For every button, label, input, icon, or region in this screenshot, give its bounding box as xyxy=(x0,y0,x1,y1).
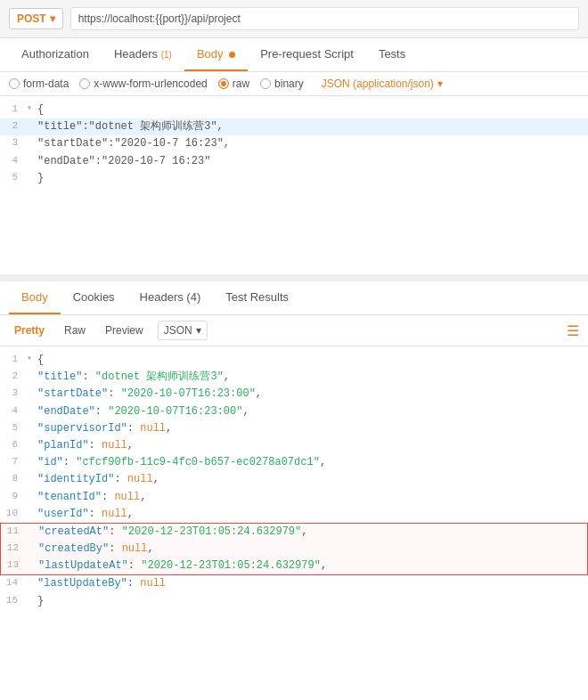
line-text: { xyxy=(37,352,588,369)
line-number: 1 xyxy=(0,352,27,368)
line-number: 13 xyxy=(1,558,28,574)
method-chevron: ▾ xyxy=(50,12,55,25)
opt-form-data[interactable]: form-data xyxy=(9,77,69,90)
line-text: { xyxy=(37,102,588,118)
response-options-bar: Pretty Raw Preview JSON ▾ ☰ xyxy=(0,315,588,346)
line-number: 4 xyxy=(0,403,27,419)
resp-line-14: 14 "lastUpdateBy": null xyxy=(0,575,588,592)
resp-format-label: JSON xyxy=(164,324,192,337)
line-text: } xyxy=(37,593,588,610)
form-data-label: form-data xyxy=(23,77,69,90)
request-code-area[interactable]: 1 ▾ { 2 "title":"dotnet 架构师训练营3", 3 "sta… xyxy=(0,96,588,274)
line-text: "tenantId": null, xyxy=(37,489,588,506)
line-text: } xyxy=(37,170,588,187)
resp-format-chevron: ▾ xyxy=(196,324,201,337)
line-number: 8 xyxy=(0,471,27,487)
line-number: 4 xyxy=(0,153,27,169)
tab-resp-body[interactable]: Body xyxy=(9,281,61,314)
wrap-icon[interactable]: ☰ xyxy=(567,322,579,339)
resp-line-11: 11 "createdAt": "2020-12-23T01:05:24.632… xyxy=(0,523,588,541)
json-type-select[interactable]: JSON (application/json) ▾ xyxy=(322,77,443,90)
method-selector[interactable]: POST ▾ xyxy=(9,8,63,29)
opt-urlencoded[interactable]: x-www-form-urlencoded xyxy=(79,77,207,90)
line-number: 12 xyxy=(1,541,28,557)
line-text: "createdBy": null, xyxy=(38,541,587,558)
line-number: 2 xyxy=(0,118,27,134)
resp-format-select[interactable]: JSON ▾ xyxy=(158,321,208,340)
top-bar: POST ▾ xyxy=(0,0,588,38)
radio-raw xyxy=(218,78,229,89)
response-tab-bar: Body Cookies Headers (4) Test Results xyxy=(0,281,588,315)
request-editor[interactable]: 1 ▾ { 2 "title":"dotnet 架构师训练营3", 3 "sta… xyxy=(0,96,588,281)
body-dot xyxy=(229,52,235,58)
resp-raw-btn[interactable]: Raw xyxy=(59,322,91,339)
resp-line-4: 4 "endDate": "2020-10-07T16:23:00", xyxy=(0,403,588,420)
line-text: "supervisorId": null, xyxy=(37,420,588,437)
tab-pre-request[interactable]: Pre-request Script xyxy=(248,38,366,71)
tab-authorization[interactable]: Authorization xyxy=(9,38,102,71)
response-code-area: 1 ▾ { 2 "title": "dotnet 架构师训练营3", 3 "st… xyxy=(0,346,588,615)
line-number: 7 xyxy=(0,454,27,470)
req-line-1: 1 ▾ { xyxy=(0,102,588,118)
tab-headers[interactable]: Headers (1) xyxy=(102,38,184,71)
line-number: 6 xyxy=(0,437,27,453)
line-text: "title":"dotnet 架构师训练营3", xyxy=(37,118,588,135)
resp-line-9: 9 "tenantId": null, xyxy=(0,489,588,506)
resp-preview-btn[interactable]: Preview xyxy=(100,322,149,339)
line-text: "createdAt": "2020-12-23T01:05:24.632979… xyxy=(38,524,587,541)
line-text: "userId": null, xyxy=(37,506,588,523)
line-number: 10 xyxy=(0,506,27,522)
line-text: "id": "cfcf90fb-11c9-4fc0-b657-ec0278a07… xyxy=(37,454,588,471)
resp-line-5: 5 "supervisorId": null, xyxy=(0,420,588,437)
req-line-3: 3 "startDate":"2020-10-7 16:23", xyxy=(0,135,588,152)
url-input[interactable] xyxy=(70,7,579,30)
line-number: 2 xyxy=(0,369,27,385)
tab-tests[interactable]: Tests xyxy=(366,38,418,71)
line-text: "title": "dotnet 架构师训练营3", xyxy=(37,369,588,386)
json-chevron-icon: ▾ xyxy=(437,77,443,90)
resp-pretty-btn[interactable]: Pretty xyxy=(9,322,50,339)
binary-label: binary xyxy=(274,77,304,90)
line-number: 3 xyxy=(0,135,27,151)
line-number: 1 xyxy=(0,102,27,118)
resp-line-7: 7 "id": "cfcf90fb-11c9-4fc0-b657-ec0278a… xyxy=(0,454,588,471)
line-number: 11 xyxy=(1,524,28,540)
line-number: 15 xyxy=(0,593,27,609)
urlencoded-label: x-www-form-urlencoded xyxy=(94,77,207,90)
req-line-2: 2 "title":"dotnet 架构师训练营3", xyxy=(0,118,588,135)
resp-line-1: 1 ▾ { xyxy=(0,352,588,369)
json-type-label: JSON (application/json) xyxy=(322,77,434,90)
tab-resp-test-results[interactable]: Test Results xyxy=(213,281,301,314)
line-arrow: ▾ xyxy=(27,352,37,366)
request-tab-bar: Authorization Headers (1) Body Pre-reque… xyxy=(0,38,588,72)
line-text: "planId": null, xyxy=(37,437,588,454)
resp-line-6: 6 "planId": null, xyxy=(0,437,588,454)
line-text: "lastUpdateAt": "2020-12-23T01:05:24.632… xyxy=(38,558,587,574)
line-number: 5 xyxy=(0,170,27,186)
line-text: "startDate": "2020-10-07T16:23:00", xyxy=(37,386,588,403)
req-line-4: 4 "endDate":"2020-10-7 16:23" xyxy=(0,153,588,170)
line-number: 3 xyxy=(0,386,27,402)
body-options-bar: form-data x-www-form-urlencoded raw bina… xyxy=(0,72,588,96)
line-number: 14 xyxy=(0,575,27,591)
radio-urlencoded xyxy=(79,78,90,89)
resp-line-8: 8 "identityId": null, xyxy=(0,471,588,488)
req-line-5: 5 } xyxy=(0,170,588,187)
opt-binary[interactable]: binary xyxy=(260,77,304,90)
radio-binary xyxy=(260,78,271,89)
line-text: "lastUpdateBy": null xyxy=(37,575,588,592)
resp-line-13: 13 "lastUpdateAt": "2020-12-23T01:05:24.… xyxy=(0,558,588,575)
line-text: "startDate":"2020-10-7 16:23", xyxy=(37,135,588,152)
headers-badge: (1) xyxy=(161,50,172,60)
resp-line-3: 3 "startDate": "2020-10-07T16:23:00", xyxy=(0,386,588,403)
tab-body[interactable]: Body xyxy=(184,38,248,71)
line-text: "identityId": null, xyxy=(37,471,588,488)
method-label: POST xyxy=(17,12,46,25)
resp-line-15: 15 } xyxy=(0,593,588,610)
line-text: "endDate": "2020-10-07T16:23:00", xyxy=(37,403,588,420)
resp-line-10: 10 "userId": null, xyxy=(0,506,588,523)
line-number: 9 xyxy=(0,489,27,505)
tab-resp-headers[interactable]: Headers (4) xyxy=(127,281,214,314)
opt-raw[interactable]: raw xyxy=(218,77,249,90)
tab-resp-cookies[interactable]: Cookies xyxy=(61,281,127,314)
